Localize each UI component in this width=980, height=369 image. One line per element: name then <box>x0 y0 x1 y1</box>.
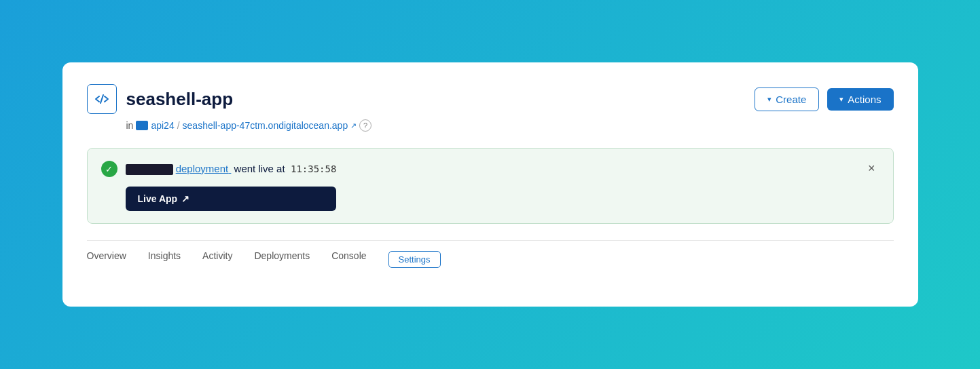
close-banner-button[interactable]: × <box>864 161 879 176</box>
breadcrumb-separator: / <box>177 120 180 131</box>
external-link-icon: ↗ <box>181 193 189 204</box>
page-header: seashell-app ▾ Create ▾ Actions <box>87 84 894 114</box>
tab-activity[interactable]: Activity <box>202 250 232 268</box>
tab-overview[interactable]: Overview <box>87 250 126 268</box>
app-url-link[interactable]: seashell-app-47ctm.ondigitalocean.app ↗ <box>183 120 357 131</box>
success-check-icon: ✓ <box>101 161 117 177</box>
live-app-button[interactable]: Live App ↗ <box>126 187 337 211</box>
notification-content: ✓ deployment went live at 11:35:58 Live … <box>101 161 337 211</box>
chevron-down-icon: ▾ <box>839 95 843 104</box>
create-button[interactable]: ▾ Create <box>755 88 819 111</box>
went-live-text: went live at <box>231 163 287 174</box>
app-icon <box>87 84 117 114</box>
timestamp: 11:35:58 <box>291 163 336 174</box>
breadcrumb-prefix: in <box>126 120 134 131</box>
header-actions: ▾ Create ▾ Actions <box>755 88 893 111</box>
deployment-link[interactable]: deployment <box>176 163 232 174</box>
actions-button[interactable]: ▾ Actions <box>827 88 893 111</box>
main-card: seashell-app ▾ Create ▾ Actions in api24… <box>62 62 918 307</box>
breadcrumb: in api24 / seashell-app-47ctm.ondigitalo… <box>126 119 894 132</box>
tab-deployments[interactable]: Deployments <box>254 250 310 268</box>
external-link-icon: ↗ <box>350 121 357 130</box>
tab-insights[interactable]: Insights <box>148 250 181 268</box>
team-icon <box>136 121 148 130</box>
deployment-id-redacted <box>126 164 173 175</box>
tab-settings[interactable]: Settings <box>388 251 441 268</box>
help-icon[interactable]: ? <box>359 119 371 132</box>
notification-text: ✓ deployment went live at 11:35:58 <box>101 161 337 177</box>
tab-console[interactable]: Console <box>331 250 366 268</box>
deployment-redacted-block: deployment went live at 11:35:58 <box>126 163 337 175</box>
tabs-row: Overview Insights Activity Deployments C… <box>87 240 894 268</box>
header-left: seashell-app <box>87 84 234 114</box>
team-link[interactable]: api24 <box>136 120 174 131</box>
chevron-down-icon: ▾ <box>767 95 772 104</box>
notification-banner: ✓ deployment went live at 11:35:58 Live … <box>87 148 894 224</box>
svg-line-0 <box>101 95 103 103</box>
app-title: seashell-app <box>126 89 234 110</box>
